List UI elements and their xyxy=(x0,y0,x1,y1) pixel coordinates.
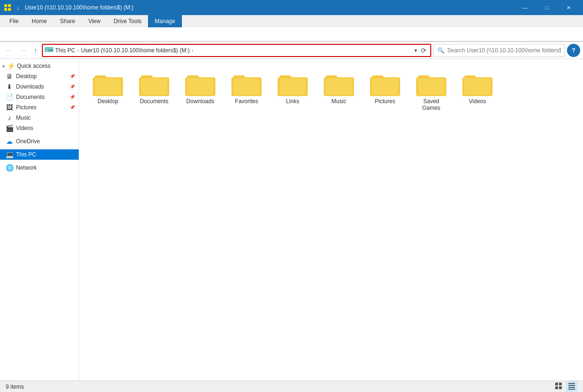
folder-music-icon xyxy=(324,71,354,96)
svg-rect-8 xyxy=(555,383,558,385)
sidebar-item-this-pc[interactable]: 💻 This PC xyxy=(0,149,79,160)
tab-manage[interactable]: Manage xyxy=(148,15,181,27)
folder-documents[interactable]: Documents xyxy=(133,66,175,115)
svg-rect-3 xyxy=(8,8,11,11)
sidebar-group-quick-access[interactable]: ▸ ⚡ Quick access xyxy=(0,61,79,71)
sidebar-item-videos[interactable]: 🎬 Videos xyxy=(0,123,79,133)
sidebar: ▸ ⚡ Quick access 🖥 Desktop 📌 ⬇ Downloads… xyxy=(0,59,79,381)
pin-icon: 📌 xyxy=(70,74,75,79)
window-controls: — □ ✕ xyxy=(514,0,579,15)
folder-links-label: Links xyxy=(286,98,299,105)
tab-share[interactable]: Share xyxy=(53,15,82,27)
item-count: 9 items xyxy=(6,384,24,390)
tab-file[interactable]: File xyxy=(3,15,25,27)
folder-documents-label: Documents xyxy=(140,98,169,105)
sidebar-item-downloads[interactable]: ⬇ Downloads 📌 xyxy=(0,82,79,92)
folder-favorites[interactable]: Favorites xyxy=(225,66,268,115)
sidebar-videos-label: Videos xyxy=(16,125,33,131)
nav-bar: ← → ↑ This PC › User10 (\\10.10.10.100\h… xyxy=(0,42,583,59)
sidebar-desktop-label: Desktop xyxy=(16,73,37,80)
breadcrumb: This PC › User10 (\\10.10.10.100\home fo… xyxy=(55,47,412,54)
sidebar-item-pictures[interactable]: 🖼 Pictures 📌 xyxy=(0,102,79,113)
drive-icon xyxy=(45,46,53,54)
sidebar-item-network[interactable]: 🌐 Network xyxy=(0,163,79,173)
onedrive-icon: ☁ xyxy=(6,138,13,145)
status-bar: 9 items xyxy=(0,381,583,392)
folder-downloads-label: Downloads xyxy=(186,98,214,105)
folder-pictures[interactable]: Pictures xyxy=(364,66,406,115)
folder-links[interactable]: Links xyxy=(271,66,314,115)
pictures-icon: 🖼 xyxy=(6,104,13,111)
folder-downloads-icon xyxy=(185,71,215,96)
window-title: User10 (\\10.10.10.100\home folders$) (M… xyxy=(25,4,134,11)
folder-videos[interactable]: Videos xyxy=(456,66,499,115)
folder-music-label: Music xyxy=(331,98,346,105)
sidebar-onedrive-label: OneDrive xyxy=(16,138,40,145)
content-area: Desktop Documents xyxy=(79,59,583,381)
sidebar-item-desktop[interactable]: 🖥 Desktop 📌 xyxy=(0,71,79,82)
details-view-button[interactable] xyxy=(566,381,577,392)
this-pc-icon: 💻 xyxy=(6,151,13,158)
search-box[interactable]: 🔍 xyxy=(433,44,565,57)
folder-pictures-icon xyxy=(370,71,400,96)
breadcrumb-drive[interactable]: User10 (\\10.10.10.100\home folders$) (M… xyxy=(81,47,190,54)
help-button[interactable]: ? xyxy=(567,44,580,57)
svg-rect-12 xyxy=(568,383,575,384)
sidebar-item-onedrive[interactable]: ☁ OneDrive xyxy=(0,136,79,147)
address-bar[interactable]: This PC › User10 (\\10.10.10.100\home fo… xyxy=(42,44,431,57)
downloads-icon: ⬇ xyxy=(6,83,13,90)
folder-saved-games[interactable]: Saved Games xyxy=(410,66,452,115)
tab-view[interactable]: View xyxy=(82,15,107,27)
back-button[interactable]: ← xyxy=(3,45,15,56)
sidebar-documents-label: Documents xyxy=(16,94,45,100)
music-icon: ♪ xyxy=(6,114,13,122)
folder-saved-games-label: Saved Games xyxy=(414,98,448,111)
maximize-button[interactable]: □ xyxy=(536,0,558,15)
videos-icon: 🎬 xyxy=(6,124,13,132)
folder-favorites-label: Favorites xyxy=(235,98,258,105)
tab-drive-tools[interactable]: Drive Tools xyxy=(107,15,148,27)
breadcrumb-this-pc[interactable]: This PC xyxy=(55,47,75,54)
app-icon xyxy=(4,4,11,11)
forward-button[interactable]: → xyxy=(17,45,29,56)
network-icon: 🌐 xyxy=(6,164,13,172)
close-button[interactable]: ✕ xyxy=(558,0,579,15)
svg-rect-11 xyxy=(559,386,562,389)
large-icons-view-button[interactable] xyxy=(553,381,564,392)
documents-icon: 📄 xyxy=(6,93,13,101)
sidebar-item-documents[interactable]: 📄 Documents 📌 xyxy=(0,92,79,102)
up-button[interactable]: ↑ xyxy=(31,45,40,56)
pin-icon-pictures: 📌 xyxy=(70,105,75,110)
folder-desktop-label: Desktop xyxy=(98,98,118,105)
folder-videos-label: Videos xyxy=(469,98,486,105)
desktop-icon: 🖥 xyxy=(6,73,13,80)
folder-videos-icon xyxy=(462,71,493,96)
pin-icon-documents: 📌 xyxy=(70,95,75,99)
sidebar-network-label: Network xyxy=(16,164,37,171)
main-layout: ▸ ⚡ Quick access 🖥 Desktop 📌 ⬇ Downloads… xyxy=(0,59,583,381)
search-input[interactable] xyxy=(447,47,561,54)
tab-home[interactable]: Home xyxy=(25,15,53,27)
search-icon: 🔍 xyxy=(437,47,444,54)
sidebar-this-pc-label: This PC xyxy=(16,151,36,158)
minimize-button[interactable]: — xyxy=(514,0,536,15)
folder-documents-icon xyxy=(139,71,169,96)
folder-desktop[interactable]: Desktop xyxy=(87,66,129,115)
svg-rect-5 xyxy=(45,48,53,49)
sidebar-downloads-label: Downloads xyxy=(16,83,44,90)
address-dropdown-button[interactable]: ▾ xyxy=(412,47,419,54)
sidebar-music-label: Music xyxy=(16,114,31,121)
ribbon-tabs: File Home Share View Drive Tools Manage xyxy=(0,15,583,27)
sidebar-quick-access-label: Quick access xyxy=(17,63,50,69)
folder-downloads[interactable]: Downloads xyxy=(179,66,222,115)
pin-icon-downloads: 📌 xyxy=(70,84,75,89)
title-bar: ↓ User10 (\\10.10.10.100\home folders$) … xyxy=(0,0,583,15)
folder-saved-games-icon xyxy=(416,71,446,96)
svg-rect-7 xyxy=(51,50,52,51)
folder-music[interactable]: Music xyxy=(318,66,360,115)
folder-links-icon xyxy=(278,71,308,96)
refresh-button[interactable]: ⟳ xyxy=(419,47,428,54)
quick-access-btn[interactable]: ↓ xyxy=(14,3,22,12)
svg-rect-15 xyxy=(568,389,575,390)
sidebar-item-music[interactable]: ♪ Music xyxy=(0,113,79,123)
